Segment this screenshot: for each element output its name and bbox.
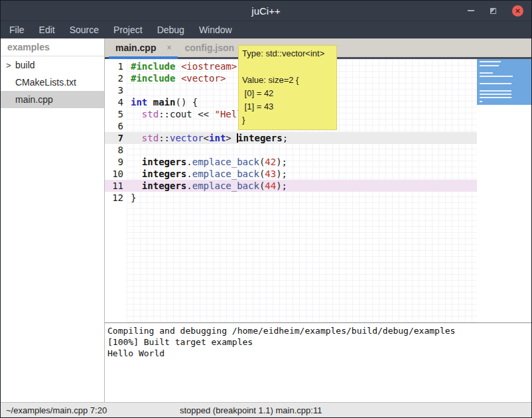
terminal-line: Hello World: [107, 348, 531, 359]
tooltip-line: Type: std::vector<int>: [242, 47, 334, 60]
tree-item-main-cpp[interactable]: main.cpp: [1, 91, 104, 108]
gutter-line-number[interactable]: 11: [105, 180, 127, 192]
minimap[interactable]: [477, 59, 531, 322]
tooltip-line: }: [242, 113, 334, 127]
terminal-line: Compiling and debugging /home/eidheim/ex…: [107, 325, 531, 336]
close-button[interactable]: ✕: [512, 5, 523, 17]
menu-item-project[interactable]: Project: [106, 25, 150, 35]
tab-label: main.cpp: [115, 42, 156, 53]
debug-value-tooltip: Type: std::vector<int> Value: size=2 { […: [238, 45, 337, 130]
tree-item-cmakelists-txt[interactable]: CMakeLists.txt: [1, 74, 104, 91]
code-line[interactable]: std::vector<int> integers;: [127, 132, 477, 144]
title-bar: juCi++ ✕: [1, 1, 531, 21]
code-line[interactable]: integers.emplace_back(44);: [127, 180, 477, 192]
minimap-code-line: [480, 97, 511, 98]
gutter-line-number[interactable]: 4: [105, 96, 127, 108]
tab-config-json[interactable]: config.json: [178, 38, 241, 57]
sidebar: examples >buildCMakeLists.txtmain.cpp: [1, 38, 105, 402]
chevron-right-icon: >: [6, 60, 15, 70]
code-line[interactable]: [127, 144, 477, 156]
project-name: examples: [1, 38, 104, 56]
status-file-position: ~/examples/main.cpp 7:20: [6, 405, 107, 415]
tooltip-line: [1] = 43: [242, 100, 334, 113]
gutter-line-number[interactable]: 8: [105, 144, 127, 156]
minimap-code-line: [480, 72, 493, 74]
window-title: juCi++: [251, 5, 280, 17]
tooltip-line: Value: size=2 {: [242, 74, 334, 87]
tab-main-cpp[interactable]: main.cpp×: [109, 38, 178, 57]
minimap-code-line: [480, 61, 501, 62]
tree-item-label: build: [15, 60, 35, 70]
file-tree: >buildCMakeLists.txtmain.cpp: [1, 56, 104, 108]
menu-item-edit[interactable]: Edit: [32, 25, 62, 35]
gutter-line-number[interactable]: 10: [105, 168, 127, 180]
minimize-button[interactable]: [468, 10, 474, 11]
code-line[interactable]: integers.emplace_back(42);: [127, 156, 477, 168]
terminal-output[interactable]: Compiling and debugging /home/eidheim/ex…: [105, 322, 531, 403]
gutter-line-number[interactable]: 5: [105, 108, 127, 120]
minimap-viewport[interactable]: [477, 59, 531, 105]
tree-item-label: main.cpp: [15, 94, 53, 105]
menu-bar: FileEditSourceProjectDebugWindow: [1, 21, 531, 38]
gutter-line-number[interactable]: 9: [105, 156, 127, 168]
minimap-code-line: [480, 83, 511, 84]
minimap-code-line: [480, 76, 513, 77]
window-controls: ✕: [468, 1, 523, 21]
menu-item-debug[interactable]: Debug: [150, 25, 192, 35]
status-bar: ~/examples/main.cpp 7:20 stopped (breakp…: [1, 402, 531, 417]
close-tab-icon[interactable]: ×: [166, 43, 171, 52]
gutter: 123456789101112: [105, 59, 127, 322]
tooltip-line: [242, 60, 334, 74]
gutter-line-number[interactable]: 3: [105, 84, 127, 96]
terminal-line: [100%] Built target examples: [107, 336, 531, 348]
tree-item-build[interactable]: >build: [1, 56, 104, 74]
tree-item-label: CMakeLists.txt: [15, 77, 76, 88]
tab-label: config.json: [184, 42, 234, 53]
gutter-line-number[interactable]: 7: [105, 132, 127, 144]
gutter-line-number[interactable]: 2: [105, 72, 127, 84]
gutter-line-number[interactable]: 1: [105, 60, 127, 72]
minimap-code-line: [480, 90, 511, 92]
menu-item-source[interactable]: Source: [62, 25, 106, 35]
gutter-line-number[interactable]: 12: [105, 192, 127, 204]
code-line[interactable]: }: [127, 192, 477, 204]
status-debug-status: stopped (breakpoint 1.1) main.cpp:11: [180, 405, 322, 415]
tooltip-line: [0] = 42: [242, 87, 334, 100]
code-line[interactable]: integers.emplace_back(43);: [127, 168, 477, 180]
minimap-code-line: [480, 101, 482, 102]
restore-button[interactable]: [490, 8, 496, 14]
gutter-line-number[interactable]: 6: [105, 120, 127, 132]
menu-item-window[interactable]: Window: [192, 25, 239, 35]
menu-item-file[interactable]: File: [2, 25, 32, 35]
minimap-code-line: [480, 65, 499, 66]
minimap-code-line: [480, 94, 511, 95]
